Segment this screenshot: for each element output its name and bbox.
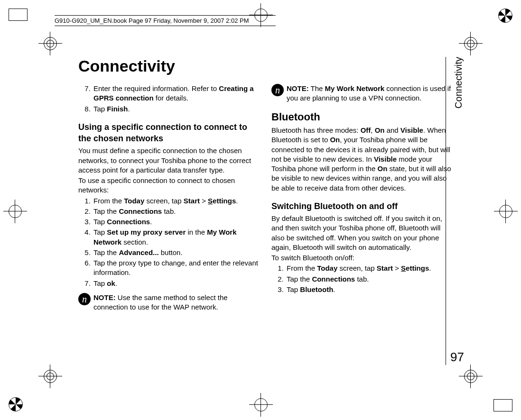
list-item: Tap Connections. <box>93 217 260 227</box>
steps-continue: Enter the required information. Refer to… <box>78 84 260 114</box>
step-7: Enter the required information. Refer to… <box>93 84 260 103</box>
printer-target-mb <box>254 398 268 411</box>
list-item: Tap the Advanced... button. <box>93 248 260 257</box>
printer-mark-wheel-bl <box>9 397 23 411</box>
note-wap: n NOTE: Use the same method to select th… <box>78 293 260 312</box>
list-item: Tap Bluetooth. <box>286 285 453 294</box>
section-bluetooth: Bluetooth <box>271 110 453 124</box>
steps-bt-switch: From the Today screen, tap Start > Setti… <box>271 264 453 294</box>
paragraph: To switch Bluetooth on/off: <box>271 253 453 263</box>
page-number: 97 <box>450 350 464 365</box>
note-body: NOTE: Use the same method to select the … <box>93 293 260 312</box>
page-content: Connectivity Enter the required informat… <box>78 57 453 312</box>
paragraph: You must define a specific connection to… <box>78 146 260 175</box>
printer-target-tr <box>464 37 477 50</box>
note-icon: n <box>271 84 284 96</box>
note-icon: n <box>78 293 91 305</box>
printer-mark-wheel-tr <box>498 9 512 23</box>
column-left: Enter the required information. Refer to… <box>78 84 260 312</box>
steps-specific-connection: From the Today screen, tap Start > Setti… <box>78 196 260 288</box>
list-item: Tap ok. <box>93 279 260 288</box>
list-item: From the Today screen, tap Start > Setti… <box>286 264 453 273</box>
paragraph: By default Bluetooth is switched off. If… <box>271 214 453 252</box>
paragraph: To use a specific connection to connect … <box>78 176 260 195</box>
printer-mark-corner-tl <box>9 9 28 21</box>
paragraph-bluetooth-modes: Bluetooth has three modes: Off, On and V… <box>271 126 453 193</box>
list-item: Tap Set up my proxy server in the My Wor… <box>93 228 260 247</box>
step-8: Tap Finish. <box>93 104 260 114</box>
list-item: Tap the proxy type to change, and enter … <box>93 258 260 278</box>
printer-target-ml <box>9 205 22 218</box>
list-item: Tap the Connections tab. <box>286 274 453 284</box>
running-header: G910-G920_UM_EN.book Page 97 Friday, Nov… <box>55 15 276 26</box>
printer-target-mr <box>499 205 512 218</box>
column-right: n NOTE: The My Work Network connection i… <box>271 84 453 312</box>
list-item: Tap the Connections tab. <box>93 207 260 216</box>
subheading-bt-switch: Switching Bluetooth on and off <box>271 201 453 212</box>
printer-target-br <box>464 370 477 383</box>
page-title: Connectivity <box>78 57 453 75</box>
side-tab-label: Connectivity <box>453 57 464 109</box>
printer-target-tl <box>44 37 57 50</box>
subheading-specific-connection: Using a specific connection to connect t… <box>78 121 260 145</box>
note-body: NOTE: The My Work Network connection is … <box>287 84 453 103</box>
list-item: From the Today screen, tap Start > Setti… <box>93 196 260 206</box>
printer-mark-corner-br <box>493 399 512 411</box>
printer-target-bl <box>44 370 57 383</box>
note-vpn: n NOTE: The My Work Network connection i… <box>271 84 453 103</box>
